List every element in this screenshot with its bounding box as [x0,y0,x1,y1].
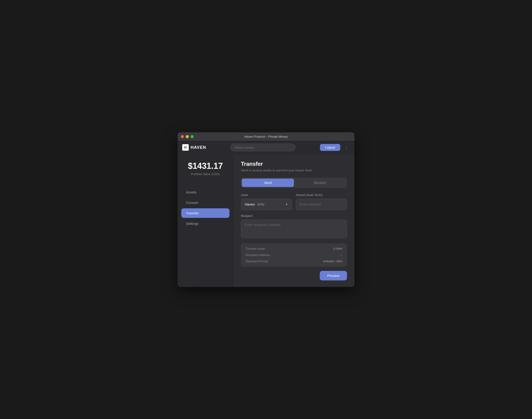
sidebar-item-transfer[interactable]: Transfer [181,208,230,218]
sidebar-item-settings[interactable]: Settings [181,219,230,228]
preview-button[interactable]: Preview [320,271,347,280]
transfer-asset-row: Transfer Asset 0 XHV [246,247,342,250]
asset-select[interactable]: Haven XHV ▼ [241,198,292,210]
asset-label: Asset [241,194,292,197]
logout-button[interactable]: Logout [320,144,340,151]
asset-amount-row: Asset Haven XHV ▼ Amount (Avail. 94.41) [241,194,347,210]
close-button[interactable] [181,135,184,138]
header: H HAVEN Logout ⋮ [177,141,355,154]
search-container [210,144,316,151]
app-body: $1431.17 Portfolio Value (USD) Assets Co… [177,154,355,287]
amount-group: Amount (Avail. 94.41) [296,194,347,210]
summary-box: Transfer Asset 0 XHV Recipient Address -… [241,243,347,267]
search-input[interactable] [230,144,296,151]
window-controls [181,135,194,138]
transfer-asset-label: Transfer Asset [246,247,265,250]
priority-value: Unlocks ~20m [323,260,342,263]
chevron-down-icon: ▼ [285,203,288,206]
amount-input[interactable] [296,198,347,210]
logo: H HAVEN [182,144,206,151]
header-actions: Logout ⋮ [320,144,350,151]
portfolio-amount: $1431.17 [188,161,223,171]
asset-name: Haven [245,202,255,206]
recipient-address-row: Recipient Address -- [246,253,342,257]
priority-label: Standard Priority [246,260,268,263]
recipient-label: Recipient [241,214,347,218]
send-receive-tabs: Send Receive [241,178,347,188]
portfolio-label: Portfolio Value (USD) [188,172,223,176]
asset-group: Asset Haven XHV ▼ [241,194,292,210]
app-window: Haven Protocol – Private Money H HAVEN L… [177,132,355,287]
page-title: Transfer [241,161,347,167]
asset-ticker: XHV [257,202,264,206]
main-content: Transfer Send or receive assets to and f… [233,154,355,287]
maximize-button[interactable] [191,135,194,138]
logo-text: HAVEN [191,145,206,150]
priority-row: Standard Priority Unlocks ~20m [246,260,342,263]
window-title: Haven Protocol – Private Money [244,135,288,138]
amount-label: Amount (Avail. 94.41) [296,194,347,197]
page-subtitle: Send or receive assets to and from your … [241,169,347,172]
recipient-address-label: Recipient Address [246,253,270,257]
sidebar-item-convert[interactable]: Convert [181,198,230,207]
tab-send[interactable]: Send [242,179,294,187]
recipient-group: Recipient [241,214,347,239]
sidebar-item-assets[interactable]: Assets [181,187,230,197]
titlebar: Haven Protocol – Private Money [177,132,355,141]
more-button[interactable]: ⋮ [343,145,350,150]
logo-icon: H [182,144,189,151]
asset-select-left: Haven XHV [245,202,264,206]
transfer-asset-value: 0 XHV [333,247,342,250]
tab-receive[interactable]: Receive [294,179,346,187]
sidebar-nav: Assets Convert Transfer Settings [177,187,233,228]
preview-row: Preview [241,271,347,280]
minimize-button[interactable] [186,135,189,138]
portfolio-value: $1431.17 Portfolio Value (USD) [183,161,227,176]
recipient-address-value: -- [340,253,342,257]
recipient-input[interactable] [241,220,347,238]
sidebar: $1431.17 Portfolio Value (USD) Assets Co… [177,154,233,287]
